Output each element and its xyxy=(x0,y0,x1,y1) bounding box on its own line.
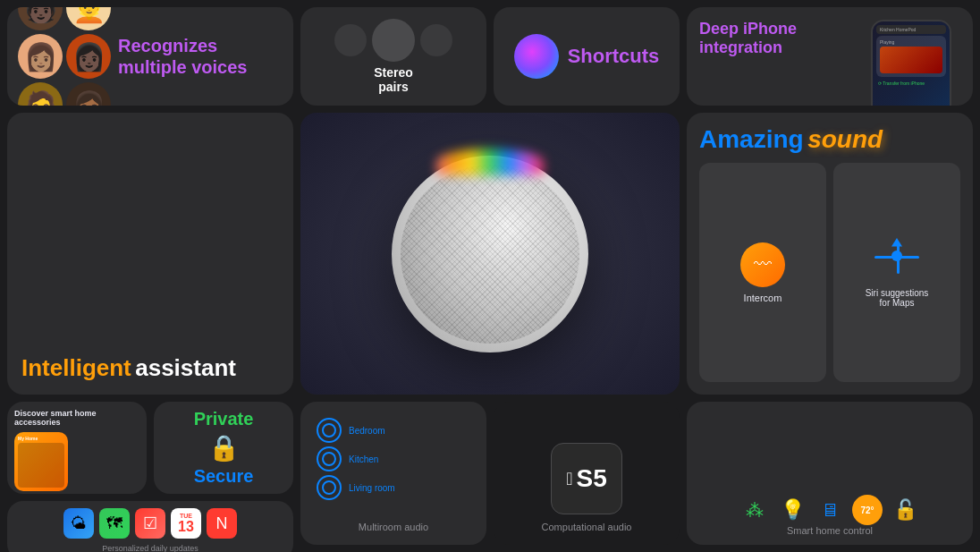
homepod-glow xyxy=(436,149,544,175)
private-text: Private xyxy=(194,409,254,429)
smart-home-icons: ⁂ 💡 🖥 72° 🔓 xyxy=(739,495,920,525)
s5-label:  S5 xyxy=(566,464,607,493)
voices-card: 🧑🏿 👱 👩🏽 👩🏿 🧔 👩🏾 Recognizes multiple voic… xyxy=(7,7,293,106)
computational-card:  S5 Computational audio xyxy=(494,402,680,545)
reminders-app-icon: ☑ xyxy=(135,508,165,539)
smart-home-card: ⁂ 💡 🖥 72° 🔓 Smart home control xyxy=(687,402,973,545)
speaker-dots xyxy=(334,19,452,62)
room-dot-inner-bedroom xyxy=(322,423,336,437)
sprinkler-icon: ⁂ xyxy=(739,495,770,525)
top-center-area: Stereo pairs Shortcuts xyxy=(300,7,680,106)
speaker-left xyxy=(334,24,367,56)
room-name-living: Living room xyxy=(349,483,395,493)
homepod-mesh xyxy=(401,165,579,344)
room-name-kitchen: Kitchen xyxy=(349,454,378,464)
personalized-label: Personalized daily updates xyxy=(102,544,199,552)
homepod-body xyxy=(392,156,588,352)
siri-orb xyxy=(514,34,559,79)
intercom-icon: 〰 xyxy=(740,242,785,287)
weather-app-icon: 🌤 xyxy=(63,508,94,539)
s5-text: S5 xyxy=(577,464,607,493)
iphone-top-bar: Kitchen HomePod xyxy=(876,25,946,34)
room-dot-inner-kitchen xyxy=(322,452,336,466)
sound-word: sound xyxy=(807,125,883,153)
shortcuts-label: Shortcuts xyxy=(568,45,660,68)
amazing-card: Amazing sound 〰 Intercom Siri suggestion… xyxy=(687,113,973,395)
rooms-list: Bedroom Kitchen Living room xyxy=(309,411,477,522)
bottom-center-area: Bedroom Kitchen Living room Multiroom au… xyxy=(300,402,680,545)
intercom-card: 〰 Intercom xyxy=(699,163,826,382)
bottom-left-area: Discover smart home accessories My Home … xyxy=(7,402,293,545)
memoji-2: 👱 xyxy=(66,7,111,30)
personalized-card: 🌤 🗺 ☑ TUE 13 N Personalized daily update… xyxy=(7,501,293,552)
apps-row: 🌤 🗺 ☑ TUE 13 N xyxy=(63,508,237,539)
waveform-icon: 〰 xyxy=(754,254,772,275)
multiroom-card: Bedroom Kitchen Living room Multiroom au… xyxy=(300,402,486,545)
deep-iphone-title: Deep iPhone integration xyxy=(699,20,864,57)
speaker-right xyxy=(420,24,452,56)
speaker-main xyxy=(372,19,415,62)
maps-visual xyxy=(870,238,924,283)
map-dot xyxy=(891,251,902,261)
main-grid: 🧑🏿 👱 👩🏽 👩🏿 🧔 👩🏾 Recognizes multiple voic… xyxy=(0,0,980,552)
maps-app-icon: 🗺 xyxy=(99,508,130,539)
memoji-1: 🧑🏿 xyxy=(18,7,63,30)
room-bedroom: Bedroom xyxy=(317,418,470,443)
maps-card: Siri suggestionsfor Maps xyxy=(833,163,960,382)
smart-home-label: Smart home control xyxy=(787,525,873,536)
lock-icon: 🔒 xyxy=(208,433,240,463)
smart-lock-icon: 🔓 xyxy=(890,495,920,525)
iphone-playing: Playing xyxy=(876,36,946,77)
iphone-mockup: Kitchen HomePod Playing ⟳ Transfer from … xyxy=(871,20,951,106)
room-kitchen: Kitchen xyxy=(317,446,470,471)
apple-logo-icon:  xyxy=(566,469,572,489)
discover-card: Discover smart home accessories My Home xyxy=(7,402,147,494)
intelligent-word: Intelligent xyxy=(21,354,131,381)
amazing-word: Amazing xyxy=(699,125,804,153)
voices-text: Recognizes multiple voices xyxy=(118,35,283,78)
deep-iphone-card: Deep iPhone integration Kitchen HomePod … xyxy=(687,7,973,106)
stereo-label1: Stereo xyxy=(374,65,413,80)
home-app-mockup: My Home xyxy=(14,432,68,491)
memoji-3: 👩🏽 xyxy=(18,34,63,79)
memoji-6: 👩🏾 xyxy=(66,82,111,106)
s5-chip:  S5 xyxy=(551,443,622,514)
stereo-card: Stereo pairs xyxy=(300,7,486,106)
intelligent-card: Intelligent assistant xyxy=(7,113,293,395)
memoji-5: 🧔 xyxy=(18,82,63,106)
intercom-maps-row: 〰 Intercom Siri suggestionsfor Maps xyxy=(699,163,960,382)
assistant-word: assistant xyxy=(135,354,236,381)
stereo-label2: pairs xyxy=(374,80,413,94)
tv-icon: 🖥 xyxy=(815,495,845,525)
news-app-icon: N xyxy=(207,508,237,539)
room-dot-inner-living xyxy=(322,480,336,495)
room-dot-living xyxy=(317,475,342,500)
secure-text: Secure xyxy=(194,466,254,487)
room-dot-bedroom xyxy=(317,418,342,443)
computational-label: Computational audio xyxy=(542,522,632,536)
intercom-label: Intercom xyxy=(744,293,782,303)
memoji-4: 👩🏿 xyxy=(66,34,111,79)
multiroom-label: Multiroom audio xyxy=(359,522,428,536)
private-card: Private 🔒 Secure xyxy=(154,402,293,494)
discover-label: Discover smart home accessories xyxy=(14,409,139,427)
shortcuts-card: Shortcuts xyxy=(494,7,680,106)
maps-label: Siri suggestionsfor Maps xyxy=(866,288,929,308)
room-living: Living room xyxy=(317,475,470,500)
homepod-card xyxy=(300,113,680,395)
room-name-bedroom: Bedroom xyxy=(349,426,385,436)
bulb-icon: 💡 xyxy=(777,495,807,525)
temp-badge: 72° xyxy=(852,495,883,525)
calendar-app-icon: TUE 13 xyxy=(171,508,201,539)
room-dot-kitchen xyxy=(317,446,342,471)
memoji-grid: 🧑🏿 👱 👩🏽 👩🏿 🧔 👩🏾 xyxy=(18,7,111,106)
